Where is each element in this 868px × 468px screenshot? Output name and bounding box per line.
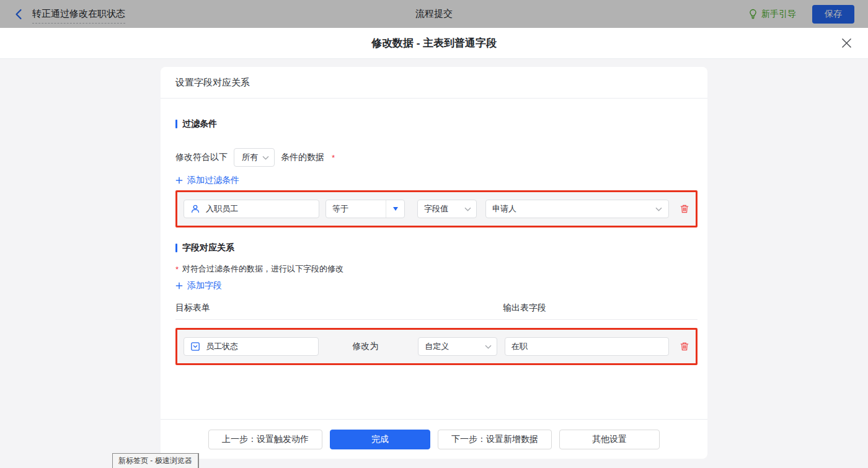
other-settings-button[interactable]: 其他设置 <box>559 430 660 449</box>
condition-value-select[interactable]: 申请人 <box>485 200 669 218</box>
delete-condition-button[interactable] <box>680 204 689 214</box>
modify-to-label: 修改为 <box>352 341 379 352</box>
chevron-down-icon <box>262 156 269 160</box>
required-mark: * <box>332 153 335 162</box>
field-mapping-row: 员工状态 修改为 自定义 在职 <box>177 330 696 363</box>
save-button[interactable]: 保存 <box>812 5 854 24</box>
add-field-link[interactable]: 添加字段 <box>175 280 222 291</box>
mapping-section-title: 字段对应关系 <box>175 242 698 254</box>
section-bar <box>175 120 177 128</box>
beginner-guide-button[interactable]: 新手引导 <box>748 9 796 20</box>
panel-title: 设置字段对应关系 <box>161 67 707 99</box>
field-mapping-panel: 设置字段对应关系 过滤条件 修改符合以下 所有 条件的数据 * <box>161 67 707 459</box>
highlighted-mapping-row: 员工状态 修改为 自定义 在职 <box>175 328 698 365</box>
custom-value-input[interactable]: 在职 <box>505 337 669 356</box>
trash-icon <box>680 342 689 351</box>
filter-section-title: 过滤条件 <box>175 118 698 130</box>
member-field-icon <box>190 204 200 214</box>
chevron-down-icon <box>485 345 492 349</box>
condition-field-input[interactable]: 入职员工 <box>184 200 319 218</box>
triangle-down-icon <box>393 207 398 211</box>
highlighted-filter-condition: 入职员工 等于 字段值 申 <box>175 190 698 227</box>
mapping-description: * 对符合过滤条件的数据，进行以下字段的修改 <box>175 263 698 275</box>
page-title: 流程提交 <box>0 8 868 20</box>
output-field-column-header: 输出表字段 <box>503 302 546 314</box>
modal-footer: 上一步：设置触发动作 完成 下一步：设置新增数据 其他设置 <box>161 419 707 459</box>
app-header: 转正通过修改在职状态 流程提交 新手引导 保存 <box>0 0 868 28</box>
section-bar <box>175 244 177 252</box>
match-prefix-label: 修改符合以下 <box>175 152 228 163</box>
browser-status-tooltip: 新标签页 - 极速浏览器 <box>112 453 199 468</box>
prev-step-button[interactable]: 上一步：设置触发动作 <box>208 430 322 449</box>
trash-icon <box>680 204 689 214</box>
close-button[interactable] <box>841 38 852 48</box>
modal-title: 修改数据 - 主表到普通字段 <box>371 36 497 50</box>
add-filter-condition-link[interactable]: 添加过滤条件 <box>175 175 239 186</box>
lightbulb-icon <box>748 9 758 19</box>
close-icon <box>841 38 852 48</box>
match-suffix-label: 条件的数据 <box>281 152 324 163</box>
operator-select[interactable]: 等于 <box>326 200 405 218</box>
filter-condition-row: 入职员工 等于 字段值 申 <box>177 192 696 226</box>
column-divider <box>175 319 698 320</box>
target-form-column-header: 目标表单 <box>175 302 503 314</box>
next-step-button[interactable]: 下一步：设置新增数据 <box>438 430 552 449</box>
target-field-input[interactable]: 员工状态 <box>184 337 319 356</box>
plus-icon <box>175 282 183 289</box>
mapping-column-headers: 目标表单 输出表字段 <box>175 302 698 314</box>
value-type-select[interactable]: 字段值 <box>417 200 477 218</box>
match-mode-select[interactable]: 所有 <box>234 148 275 167</box>
modal-body: 设置字段对应关系 过滤条件 修改符合以下 所有 条件的数据 * <box>0 67 868 468</box>
chevron-down-icon <box>464 207 471 211</box>
done-button[interactable]: 完成 <box>330 430 430 449</box>
match-condition-row: 修改符合以下 所有 条件的数据 * <box>175 148 698 167</box>
value-mode-select[interactable]: 自定义 <box>418 337 497 356</box>
select-field-icon <box>190 342 200 351</box>
modal-header: 修改数据 - 主表到普通字段 <box>0 28 868 59</box>
required-mark: * <box>175 265 179 274</box>
chevron-down-icon <box>655 207 662 211</box>
delete-mapping-button[interactable] <box>680 342 689 351</box>
beginner-guide-label: 新手引导 <box>761 9 796 20</box>
plus-icon <box>175 177 183 184</box>
operator-caret-button[interactable] <box>386 200 404 218</box>
